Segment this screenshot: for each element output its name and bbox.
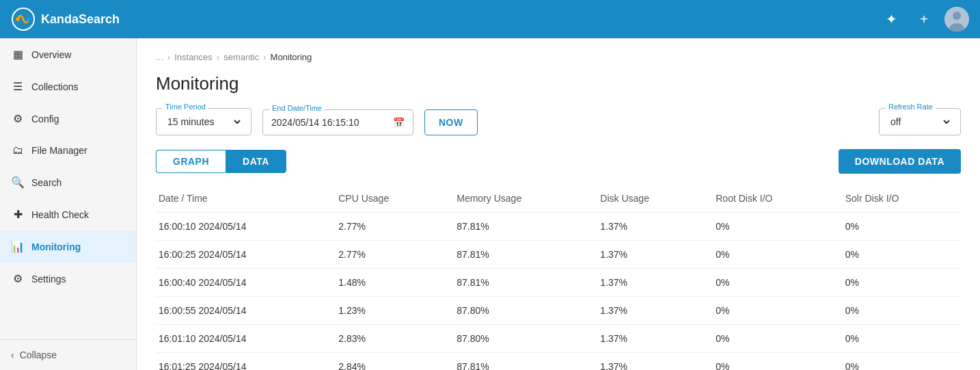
svg-point-1 — [16, 17, 20, 21]
cell-datetime: 16:00:40 2024/05/14 — [156, 269, 330, 297]
sidebar-item-settings[interactable]: ⚙ Settings — [0, 263, 136, 295]
plugin-button[interactable]: ✦ — [879, 7, 903, 31]
table-row: 16:00:25 2024/05/14 2.77% 87.81% 1.37% 0… — [156, 241, 961, 269]
refresh-rate-select[interactable]: off 5s 10s 30s 1m — [888, 116, 952, 128]
cell-memory: 87.81% — [448, 353, 592, 371]
settings-icon: ⚙ — [11, 272, 25, 285]
tab-data[interactable]: DATA — [226, 150, 286, 173]
breadcrumb-instances[interactable]: Instances — [174, 52, 213, 62]
config-icon: ⚙ — [11, 112, 25, 125]
file-manager-icon: 🗂 — [11, 144, 25, 157]
calendar-icon: 📅 — [393, 117, 405, 128]
sidebar-item-label: Config — [31, 114, 59, 124]
breadcrumb-semantic[interactable]: semantic — [223, 52, 259, 62]
cell-solr-disk: 0% — [837, 213, 961, 241]
sidebar-item-label: File Manager — [31, 145, 87, 156]
cell-solr-disk: 0% — [837, 241, 961, 269]
cell-datetime: 16:01:10 2024/05/14 — [156, 325, 330, 353]
sidebar-item-label: Settings — [31, 274, 66, 285]
table-header-row: Date / Time CPU Usage Memory Usage Disk … — [156, 187, 961, 213]
logo: KandaSearch — [11, 7, 120, 31]
avatar[interactable] — [944, 7, 969, 31]
tab-graph[interactable]: GRAPH — [156, 150, 226, 173]
refresh-rate-label: Refresh Rate — [886, 103, 936, 111]
sidebar-item-label: Monitoring — [31, 241, 81, 252]
cell-solr-disk: 0% — [837, 297, 961, 325]
cell-root-disk: 0% — [707, 353, 836, 371]
sidebar: ▦ Overview ☰ Collections ⚙ Config 🗂 File… — [0, 38, 137, 370]
col-disk: Disk Usage — [592, 187, 707, 213]
svg-point-4 — [953, 12, 961, 20]
overview-icon: ▦ — [11, 48, 25, 61]
time-period-label: Time Period — [163, 103, 208, 111]
cell-datetime: 16:00:10 2024/05/14 — [156, 213, 330, 241]
cell-datetime: 16:00:25 2024/05/14 — [156, 241, 330, 269]
time-period-select-wrapper[interactable]: 15 minutes 30 minutes 1 hour 6 hours 24 … — [156, 108, 251, 135]
end-datetime-label: End Date/Time — [269, 104, 325, 112]
refresh-rate-field: Refresh Rate off 5s 10s 30s 1m — [879, 108, 961, 135]
main-content: ... › Instances › semantic › Monitoring … — [137, 38, 980, 370]
col-datetime: Date / Time — [156, 187, 330, 213]
sidebar-item-label: Overview — [31, 49, 71, 60]
cell-datetime: 16:00:55 2024/05/14 — [156, 297, 330, 325]
sidebar-item-label: Health Check — [31, 209, 89, 220]
cell-memory: 87.81% — [448, 241, 592, 269]
cell-root-disk: 0% — [707, 269, 836, 297]
cell-disk: 1.37% — [592, 241, 707, 269]
sidebar-item-search[interactable]: 🔍 Search — [0, 166, 136, 198]
header-actions: ✦ + — [879, 7, 969, 31]
sidebar-item-collections[interactable]: ☰ Collections — [0, 70, 136, 103]
cell-root-disk: 0% — [707, 241, 836, 269]
breadcrumb-sep1: › — [167, 52, 170, 62]
breadcrumb-home[interactable]: ... — [156, 52, 163, 62]
collapse-arrow-icon: ‹ — [11, 349, 14, 360]
cell-cpu: 2.77% — [330, 241, 448, 269]
logo-icon — [11, 7, 36, 31]
layout: ▦ Overview ☰ Collections ⚙ Config 🗂 File… — [0, 38, 980, 370]
time-period-field: Time Period 15 minutes 30 minutes 1 hour… — [156, 108, 251, 135]
health-check-icon: ✚ — [11, 208, 25, 221]
cell-cpu: 2.84% — [330, 353, 448, 371]
sidebar-item-monitoring[interactable]: 📊 Monitoring — [0, 230, 136, 263]
col-solr-disk: Solr Disk I/O — [837, 187, 961, 213]
sidebar-item-file-manager[interactable]: 🗂 File Manager — [0, 135, 136, 166]
now-button[interactable]: NOW — [424, 109, 478, 135]
cell-solr-disk: 0% — [837, 353, 961, 371]
cell-solr-disk: 0% — [837, 269, 961, 297]
sidebar-item-label: Search — [31, 177, 62, 188]
table-row: 16:01:10 2024/05/14 2.83% 87.80% 1.37% 0… — [156, 325, 961, 353]
cell-cpu: 1.48% — [330, 269, 448, 297]
refresh-rate-select-wrapper[interactable]: off 5s 10s 30s 1m — [879, 108, 961, 135]
collapse-label: Collapse — [20, 349, 57, 360]
cell-memory: 87.81% — [448, 269, 592, 297]
sidebar-item-label: Collections — [31, 81, 78, 92]
end-datetime-wrapper[interactable]: 📅 — [262, 109, 413, 135]
time-period-select[interactable]: 15 minutes 30 minutes 1 hour 6 hours 24 … — [165, 116, 243, 128]
tab-row: GRAPH DATA DOWNLOAD DATA — [156, 149, 961, 174]
sidebar-item-config[interactable]: ⚙ Config — [0, 103, 136, 135]
breadcrumb-sep2: › — [217, 52, 219, 62]
cell-root-disk: 0% — [707, 297, 836, 325]
svg-point-2 — [27, 17, 31, 21]
cell-datetime: 16:01:25 2024/05/14 — [156, 353, 330, 371]
end-datetime-field: End Date/Time 📅 — [262, 109, 413, 135]
cell-disk: 1.37% — [592, 353, 707, 371]
sidebar-item-health-check[interactable]: ✚ Health Check — [0, 198, 136, 230]
add-button[interactable]: + — [912, 7, 936, 31]
download-data-button[interactable]: DOWNLOAD DATA — [839, 149, 961, 174]
col-memory: Memory Usage — [448, 187, 592, 213]
logo-text: KandaSearch — [41, 12, 120, 27]
breadcrumb-sep3: › — [263, 52, 266, 62]
end-datetime-input[interactable] — [271, 117, 387, 128]
cell-solr-disk: 0% — [837, 325, 961, 353]
monitoring-icon: 📊 — [11, 240, 25, 253]
cell-cpu: 1.23% — [330, 297, 448, 325]
controls-row: Time Period 15 minutes 30 minutes 1 hour… — [156, 108, 961, 135]
table-row: 16:00:40 2024/05/14 1.48% 87.81% 1.37% 0… — [156, 269, 961, 297]
table-row: 16:00:55 2024/05/14 1.23% 87.80% 1.37% 0… — [156, 297, 961, 325]
cell-memory: 87.81% — [448, 213, 592, 241]
sidebar-item-overview[interactable]: ▦ Overview — [0, 38, 136, 70]
collections-icon: ☰ — [11, 80, 25, 93]
col-root-disk: Root Disk I/O — [707, 187, 836, 213]
collapse-button[interactable]: ‹ Collapse — [0, 339, 136, 370]
